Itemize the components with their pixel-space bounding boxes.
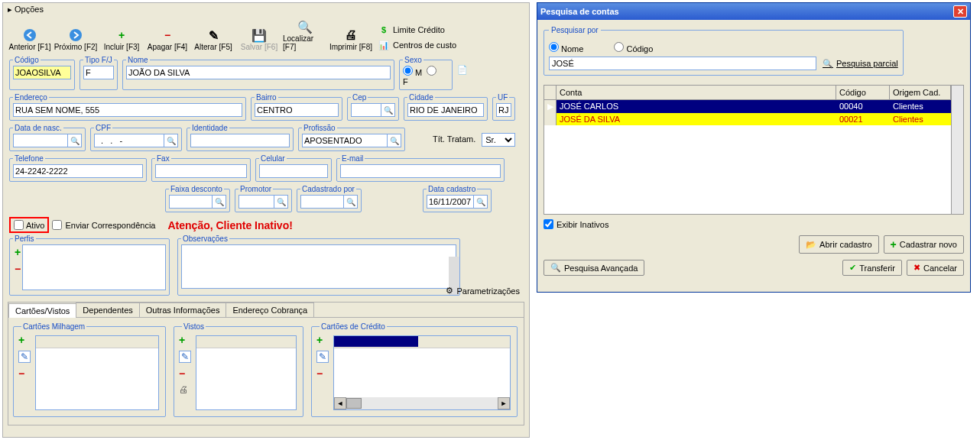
milhagem-remove[interactable]: −: [18, 367, 31, 380]
credito-edit[interactable]: ✎: [316, 351, 329, 363]
bairro-label: Bairro: [255, 93, 278, 102]
fax-label: Fax: [155, 154, 171, 163]
col-origem[interactable]: Origem Cad.: [890, 86, 951, 99]
proximo-button[interactable]: Próximo [F2]: [54, 28, 98, 51]
codigo-input[interactable]: [13, 66, 71, 79]
cep-lookup[interactable]: 🔍: [381, 103, 395, 117]
datanasc-lookup[interactable]: 🔍: [68, 134, 82, 147]
perfil-remove-button[interactable]: −: [15, 263, 21, 275]
datacad-input[interactable]: [427, 195, 474, 209]
plus-icon: +: [891, 238, 897, 251]
main-panel: ▸ Opções Anterior [F1] Próximo [F2] +Inc…: [2, 2, 530, 438]
centros-custo-button[interactable]: 📊Centros de custo: [378, 39, 456, 51]
credito-remove[interactable]: −: [316, 367, 329, 380]
profissao-input[interactable]: [302, 134, 388, 147]
sexo-label: Sexo: [403, 56, 423, 64]
parametrizacoes-button[interactable]: ⚙Parametrizações: [446, 286, 520, 296]
cadpor-input[interactable]: [300, 195, 344, 209]
imprimir-button[interactable]: 🖨Imprimir [F8]: [329, 28, 373, 51]
incluir-button[interactable]: +Incluir [F3]: [99, 28, 144, 51]
sexo-f-radio[interactable]: [427, 66, 436, 76]
milhagem-add[interactable]: +: [18, 334, 31, 346]
tab-cartoes[interactable]: Cartões/Vistos: [8, 303, 76, 318]
credito-add[interactable]: +: [316, 334, 329, 346]
col-codigo[interactable]: Código: [836, 86, 890, 99]
email-label: E-mail: [340, 154, 365, 163]
svg-point-0: [24, 29, 36, 41]
identidade-input[interactable]: [190, 134, 290, 147]
datanasc-input[interactable]: [13, 134, 68, 147]
faixa-input[interactable]: [169, 195, 213, 209]
enviar-checkbox[interactable]: [52, 220, 62, 230]
table-row[interactable]: ▶JOSÉ CARLOS00040Clientes: [544, 100, 951, 113]
promotor-input[interactable]: [239, 195, 274, 209]
cep-input[interactable]: [351, 103, 381, 117]
faixa-lookup[interactable]: 🔍: [213, 195, 226, 209]
grid-vscroll[interactable]: [951, 86, 963, 214]
cancelar-button[interactable]: ✖Cancelar: [907, 260, 964, 276]
vistos-add[interactable]: +: [179, 334, 191, 346]
bairro-input[interactable]: [255, 103, 339, 117]
credito-hscroll[interactable]: ◄►: [334, 397, 510, 409]
tab-outras[interactable]: Outras Informações: [139, 302, 227, 317]
milhagem-edit[interactable]: ✎: [18, 351, 31, 363]
pesquisa-avancada-button[interactable]: 🔍Pesquisa Avançada: [544, 260, 644, 276]
nome-input[interactable]: [126, 66, 391, 79]
cadpor-lookup[interactable]: 🔍: [344, 195, 358, 209]
sexo-m-radio[interactable]: [403, 66, 413, 76]
celular-input[interactable]: [259, 164, 328, 178]
pesquisar-label: Pesquisar por: [549, 26, 601, 34]
cidade-input[interactable]: [407, 103, 484, 117]
tipo-input[interactable]: [83, 66, 114, 79]
localizar-button[interactable]: 🔍Localizar [F7]: [283, 19, 327, 51]
perfis-area[interactable]: [22, 244, 166, 290]
tittratam-select[interactable]: Sr.: [482, 133, 515, 147]
cpf-input[interactable]: [94, 134, 164, 147]
codigo-label: Código: [13, 56, 41, 64]
copy-icon[interactable]: 📄: [457, 56, 468, 93]
close-icon: ✖: [913, 263, 920, 273]
col-conta[interactable]: Conta: [557, 86, 836, 99]
perfis-label: Perfis: [13, 235, 36, 243]
perfil-add-button[interactable]: +: [15, 246, 21, 258]
limite-credito-button[interactable]: $Limite Crédito: [378, 24, 456, 36]
uf-input[interactable]: [496, 103, 511, 117]
table-row[interactable]: JOSÉ DA SILVA00021Clientes: [544, 113, 951, 125]
vistos-edit[interactable]: ✎: [179, 351, 191, 363]
search-codigo-radio[interactable]: [614, 42, 624, 52]
milhagem-grid[interactable]: [35, 335, 159, 410]
salvar-button[interactable]: 💾Salvar [F6]: [237, 28, 281, 51]
gear-icon: ⚙: [446, 286, 453, 296]
email-input[interactable]: [340, 164, 501, 178]
vistos-grid[interactable]: [196, 335, 297, 410]
credito-grid[interactable]: ◄►: [333, 335, 511, 410]
vistos-print[interactable]: 🖨: [179, 384, 191, 395]
alterar-button[interactable]: ✎Alterar [F5]: [191, 28, 235, 51]
tab-dependentes[interactable]: Dependentes: [76, 302, 139, 317]
ativo-checkbox[interactable]: [14, 220, 24, 230]
tab-endereco[interactable]: Endereço Cobrança: [226, 302, 314, 317]
anterior-button[interactable]: Anterior [F1]: [8, 28, 52, 51]
fax-input[interactable]: [155, 164, 247, 178]
datacad-lookup[interactable]: 🔍: [474, 195, 488, 209]
obs-textarea[interactable]: [181, 244, 456, 289]
apagar-button[interactable]: −Apagar [F4]: [145, 28, 190, 51]
search-input[interactable]: [549, 57, 816, 70]
exibir-inativos-checkbox[interactable]: [544, 219, 553, 229]
promotor-lookup[interactable]: 🔍: [274, 195, 288, 209]
search-nome-radio[interactable]: [549, 42, 559, 52]
tittratam-label: Tít. Tratam.: [410, 124, 479, 154]
abrir-cadastro-button[interactable]: 📂Abrir cadastro: [799, 235, 878, 254]
profissao-lookup[interactable]: 🔍: [388, 134, 401, 147]
vistos-remove[interactable]: −: [179, 367, 191, 380]
cidade-label: Cidade: [407, 93, 435, 102]
atencao-text: Atenção, Cliente Inativo!: [167, 219, 292, 231]
dialog-title: Pesquisa de contas: [540, 7, 619, 16]
dialog-close-button[interactable]: ✕: [953, 5, 967, 18]
endereco-input[interactable]: [13, 103, 242, 117]
transferir-button[interactable]: ✔Transferir: [842, 260, 902, 276]
cpf-lookup[interactable]: 🔍: [164, 134, 178, 147]
pesquisa-parcial-link[interactable]: 🔍Pesquisa parcial: [823, 59, 898, 69]
telefone-input[interactable]: [13, 164, 143, 178]
cadastrar-novo-button[interactable]: +Cadastrar novo: [884, 235, 964, 254]
